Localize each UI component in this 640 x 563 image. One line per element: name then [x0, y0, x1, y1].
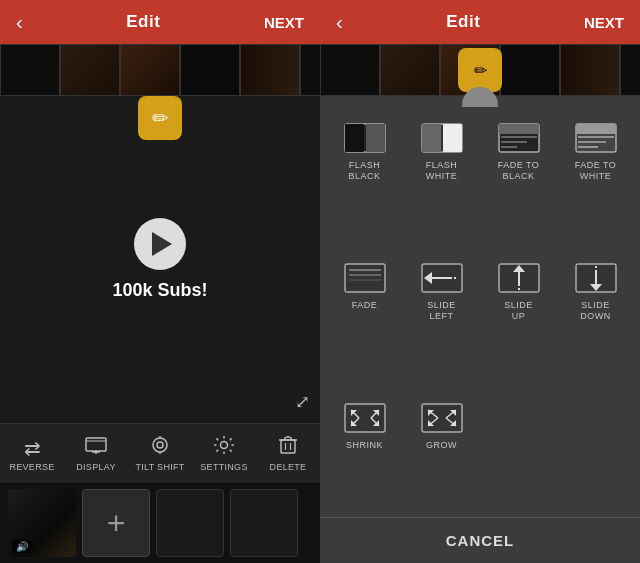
slide-down-label: SLIDEDOWN: [580, 300, 611, 322]
right-back-button[interactable]: ‹: [336, 11, 343, 34]
toolbar-item-settings[interactable]: SETTINGS: [192, 435, 256, 472]
svg-rect-49: [345, 404, 385, 432]
film-frame-1: [0, 44, 60, 96]
svg-point-8: [221, 442, 228, 449]
right-title: Edit: [446, 12, 480, 32]
fade-to-white-label: FADE TOWHITE: [575, 160, 617, 182]
toolbar-item-display[interactable]: DISPLAY: [64, 435, 128, 472]
right-next-button[interactable]: NEXT: [584, 14, 624, 31]
left-edit-icon-container: ✏: [138, 96, 182, 140]
transition-flash-black[interactable]: FLASHBLACK: [328, 112, 401, 248]
settings-icon: [213, 435, 235, 460]
display-label: DISPLAY: [76, 462, 115, 472]
reverse-icon: ⇄: [24, 436, 41, 460]
cancel-button[interactable]: CANCEL: [446, 532, 515, 549]
svg-point-5: [157, 442, 163, 448]
film-frame-3: [120, 44, 180, 96]
toolbar-item-reverse[interactable]: ⇄ REVERSE: [0, 436, 64, 472]
clips-row: 🔊 +: [0, 483, 320, 563]
svg-rect-28: [576, 124, 616, 134]
settings-label: SETTINGS: [200, 462, 247, 472]
tilt-shift-icon: [149, 435, 171, 460]
slide-left-icon: [418, 260, 466, 296]
right-panel: ‹ Edit NEXT ✏: [320, 0, 640, 563]
slide-up-icon: [495, 260, 543, 296]
left-next-button[interactable]: NEXT: [264, 14, 304, 31]
right-pencil-icon: ✏: [474, 61, 487, 80]
video-title: 100k Subs!: [112, 280, 207, 301]
slide-up-label: SLIDEUP: [504, 300, 533, 322]
shrink-icon: [341, 400, 389, 436]
transitions-overlay: FLASHBLACK FLASHWHITE: [320, 96, 640, 563]
right-edit-badge[interactable]: ✏: [458, 48, 502, 92]
play-triangle-icon: [152, 232, 172, 256]
delete-label: DELETE: [270, 462, 307, 472]
film-frame-4: [180, 44, 240, 96]
left-bottom-toolbar: ⇄ REVERSE DISPLAY TILT SHIFT SETTINGS: [0, 423, 320, 483]
fade-to-white-icon: [572, 120, 620, 156]
play-button[interactable]: [134, 218, 186, 270]
svg-rect-21: [443, 124, 462, 152]
reverse-label: REVERSE: [9, 462, 54, 472]
grow-label: GROW: [426, 440, 457, 451]
film-frame-5: [240, 44, 300, 96]
right-top-bar: ‹ Edit NEXT: [320, 0, 640, 44]
right-film-frame-4: [500, 44, 560, 96]
transition-fade-to-black[interactable]: FADE TOBLACK: [482, 112, 555, 248]
left-edit-badge[interactable]: ✏: [138, 96, 182, 140]
transitions-grid: FLASHBLACK FLASHWHITE: [328, 112, 632, 517]
right-film-frame-6: [620, 44, 640, 96]
right-edit-badge-container: ✏: [458, 48, 502, 92]
pencil-icon: ✏: [152, 106, 169, 130]
transition-flash-white[interactable]: FLASHWHITE: [405, 112, 478, 248]
clip-placeholder-1: [156, 489, 224, 557]
right-film-frame-2: [380, 44, 440, 96]
transition-slide-left[interactable]: SLIDELEFT: [405, 252, 478, 388]
svg-rect-9: [281, 440, 295, 453]
display-icon: [85, 435, 107, 460]
fade-icon: [341, 260, 389, 296]
film-frame-6: [300, 44, 320, 96]
svg-rect-23: [499, 124, 539, 134]
cancel-bar: CANCEL: [320, 517, 640, 563]
left-top-bar: ‹ Edit NEXT: [0, 0, 320, 44]
transition-slide-up[interactable]: SLIDEUP: [482, 252, 555, 388]
svg-rect-20: [422, 124, 441, 152]
fade-to-black-icon: [495, 120, 543, 156]
transition-slide-down[interactable]: SLIDEDOWN: [559, 252, 632, 388]
film-frame-2: [60, 44, 120, 96]
flash-black-label: FLASHBLACK: [348, 160, 380, 182]
flash-white-icon: [418, 120, 466, 156]
svg-rect-17: [345, 124, 364, 152]
add-clip-button[interactable]: +: [82, 489, 150, 557]
volume-badge: 🔊: [12, 540, 32, 553]
shrink-label: SHRINK: [346, 440, 383, 451]
left-title: Edit: [126, 12, 160, 32]
expand-icon[interactable]: ⤢: [295, 391, 310, 413]
tilt-shift-label: TILT SHIFT: [135, 462, 184, 472]
left-panel: ‹ Edit NEXT ✏ 100k Subs! ⤢ ⇄: [0, 0, 320, 563]
toolbar-item-tilt-shift[interactable]: TILT SHIFT: [128, 435, 192, 472]
left-back-button[interactable]: ‹: [16, 11, 23, 34]
grow-icon: [418, 400, 466, 436]
fade-to-black-label: FADE TOBLACK: [498, 160, 540, 182]
svg-rect-32: [345, 264, 385, 292]
svg-rect-0: [86, 438, 106, 451]
right-film-frame-1: [320, 44, 380, 96]
svg-rect-18: [366, 124, 385, 152]
left-video-area: 100k Subs! ⤢: [0, 96, 320, 423]
left-film-strip: [0, 44, 320, 96]
toolbar-item-delete[interactable]: DELETE: [256, 435, 320, 472]
fade-label: FADE: [352, 300, 378, 311]
slide-left-label: SLIDELEFT: [427, 300, 456, 322]
transition-shrink[interactable]: SHRINK: [328, 392, 401, 517]
transition-fade[interactable]: FADE: [328, 252, 401, 388]
clip-thumbnail-1[interactable]: 🔊: [8, 489, 76, 557]
flash-black-icon: [341, 120, 389, 156]
right-film-frame-5: [560, 44, 620, 96]
svg-rect-58: [422, 404, 462, 432]
transition-fade-to-white[interactable]: FADE TOWHITE: [559, 112, 632, 248]
slide-down-icon: [572, 260, 620, 296]
clip-placeholder-2: [230, 489, 298, 557]
transition-grow[interactable]: GROW: [405, 392, 478, 517]
